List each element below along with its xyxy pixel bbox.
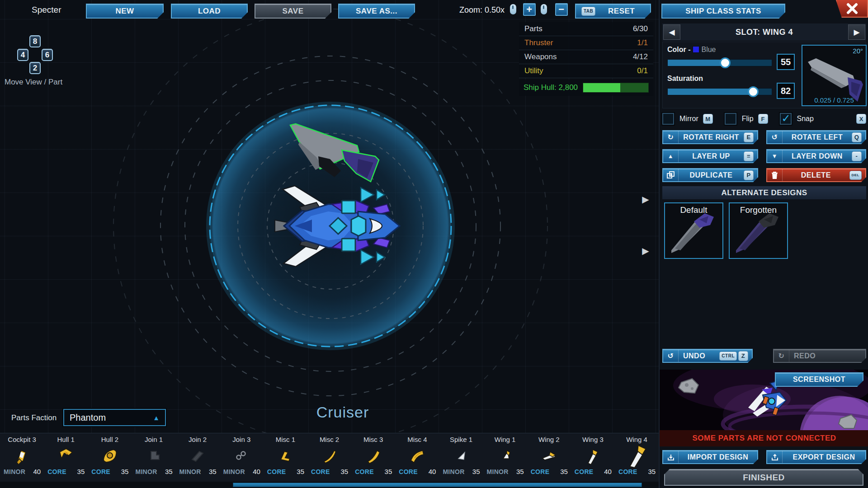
parts-scrollbar-thumb[interactable] [233, 483, 642, 487]
load-button[interactable]: LOAD [171, 4, 248, 19]
wing4-icon [615, 444, 659, 468]
build-stats-panel: Parts6/30 Thruster1/1 Weapons4/12 Utilit… [519, 22, 653, 96]
part-item-spike1[interactable]: Spike 1MINOR35 [439, 433, 483, 482]
save-as-button[interactable]: SAVE AS... [338, 4, 415, 19]
part-item-hull2[interactable]: Hull 2CORE35 [88, 433, 132, 482]
move-hint-label: Move View / Part [5, 78, 62, 87]
redo-icon: ↻ [774, 350, 789, 362]
numpad6-key-icon: 6 [42, 49, 53, 61]
part-item-hull1[interactable]: Hull 1CORE35 [44, 433, 88, 482]
part-item-wing1[interactable]: Wing 1MINOR35 [483, 433, 527, 482]
finished-button[interactable]: FINISHED [664, 469, 863, 486]
part-type-badge: MINOR [487, 468, 509, 475]
flip-checkbox[interactable] [725, 113, 736, 125]
color-value-box[interactable]: 55 [777, 54, 795, 70]
color-slider[interactable] [667, 59, 772, 66]
screenshot-button[interactable]: SCREENSHOT [775, 372, 863, 387]
stat-row-weapons: Weapons4/12 [519, 50, 653, 64]
alt-design-forgotten[interactable]: Forgotten [729, 202, 788, 259]
parts-scrollbar-track[interactable] [0, 482, 659, 488]
duplicate-button[interactable]: DUPLICATE P [662, 168, 758, 182]
alt-design-default[interactable]: Default [664, 202, 723, 259]
part-name: Misc 3 [351, 433, 395, 444]
saturation-value-box[interactable]: 82 [777, 83, 795, 99]
numpad4-key-icon: 4 [17, 49, 28, 61]
part-type-badge: CORE [531, 468, 550, 475]
join3-icon [220, 444, 264, 468]
ship-class-stats-button[interactable]: SHIP CLASS STATS [661, 4, 785, 19]
close-icon [846, 3, 858, 14]
zoom-in-button[interactable]: + [523, 3, 536, 16]
alternate-designs-list: Default Forgotten [664, 202, 788, 259]
undo-button[interactable]: ↺ UNDO CTRL Z [662, 349, 753, 363]
part-cost: 40 [253, 468, 260, 475]
triangle-down-icon: ▼ [767, 150, 783, 162]
zoom-out-button[interactable]: − [555, 3, 568, 16]
slot-header: ◀ SLOT: WING 4 ▶ [662, 23, 866, 41]
layer-down-button[interactable]: ▼ LAYER DOWN - [766, 149, 866, 163]
import-design-button[interactable]: IMPORT DESIGN [662, 450, 758, 464]
part-item-join2[interactable]: Join 2MINOR35 [176, 433, 220, 482]
color-slider-knob[interactable] [720, 57, 731, 68]
join1-icon [132, 444, 175, 468]
redo-button[interactable]: ↻ REDO [773, 349, 866, 363]
mirror-checkbox[interactable] [662, 113, 674, 125]
delete-button[interactable]: DELETE DEL [766, 168, 866, 182]
top-toolbar: Specter NEW LOAD SAVE SAVE AS... Zoom: 0… [0, 0, 868, 20]
hull-label: Ship Hull: 2,800 [524, 83, 578, 92]
rotate-left-button[interactable]: ↺ ROTATE LEFT Q [766, 130, 866, 144]
tab-key-icon: TAB [581, 7, 595, 16]
part-item-wing2[interactable]: Wing 2CORE35 [527, 433, 571, 482]
part-name: Wing 3 [571, 433, 615, 444]
part-item-cockpit3[interactable]: Cockpit 3MINOR40 [0, 433, 44, 482]
part-angle-label: 20° [853, 47, 863, 55]
part-item-misc3[interactable]: Misc 3CORE35 [351, 433, 395, 482]
part-item-misc2[interactable]: Misc 2CORE35 [307, 433, 351, 482]
faction-dropdown[interactable]: Phantom ▲ [63, 409, 166, 426]
forward-direction-marker: ▶ Forward ▶ [637, 195, 655, 255]
ship-name-label: Specter [32, 5, 61, 15]
next-slot-button[interactable]: ▶ [848, 24, 865, 40]
part-item-join3[interactable]: Join 3MINOR40 [220, 433, 264, 482]
rotate-right-button[interactable]: ↻ ROTATE RIGHT E [662, 130, 758, 144]
join2-icon [176, 444, 220, 468]
part-type-badge: CORE [618, 468, 637, 475]
undo-icon: ↺ [663, 350, 679, 362]
part-item-misc1[interactable]: Misc 1CORE35 [264, 433, 307, 482]
part-item-wing3[interactable]: Wing 3CORE40 [571, 433, 615, 482]
import-icon [663, 451, 679, 463]
misc4-icon [395, 444, 439, 468]
saturation-slider-knob[interactable] [748, 86, 759, 97]
ship-screenshot-preview: SCREENSHOT [660, 370, 868, 430]
wing1-icon [483, 444, 527, 468]
alternate-designs-header: ALTERNATE DESIGNS [662, 186, 866, 199]
layer-up-button[interactable]: ▲ LAYER UP = [662, 149, 758, 163]
equals-key-icon: = [744, 151, 754, 161]
export-design-button[interactable]: EXPORT DESIGN [766, 450, 866, 464]
part-cost: 35 [385, 468, 392, 475]
minus-key-icon: - [852, 151, 862, 161]
forward-arrow-icon: ▶ [637, 195, 655, 203]
ctrl-key-icon: CTRL [719, 352, 737, 361]
close-editor-button[interactable] [836, 0, 868, 18]
wing2-icon [527, 444, 571, 468]
f-key-icon: F [758, 114, 768, 124]
snap-checkbox[interactable] [780, 113, 792, 125]
part-item-misc4[interactable]: Misc 4CORE40 [395, 433, 439, 482]
saturation-slider[interactable] [667, 88, 772, 95]
part-item-join1[interactable]: Join 1MINOR35 [132, 433, 175, 482]
part-item-wing4[interactable]: Wing 4CORE35 [615, 433, 659, 482]
part-name: Cockpit 3 [0, 433, 44, 444]
slot-title: SLOT: WING 4 [681, 28, 847, 37]
part-type-badge: CORE [91, 468, 110, 475]
prev-slot-button[interactable]: ◀ [663, 24, 680, 40]
chevron-up-icon: ▲ [153, 414, 160, 422]
part-cost: 40 [604, 468, 612, 475]
new-button[interactable]: NEW [86, 4, 164, 19]
part-name: Hull 2 [88, 433, 132, 444]
parts-palette: Cockpit 3MINOR40Hull 1CORE35Hull 2CORE35… [0, 433, 659, 482]
save-button[interactable]: SAVE [255, 4, 331, 19]
reset-view-button[interactable]: TAB RESET [575, 4, 651, 19]
ship-class-label: Cruiser [275, 404, 410, 421]
numpad8-key-icon: 8 [29, 35, 41, 47]
